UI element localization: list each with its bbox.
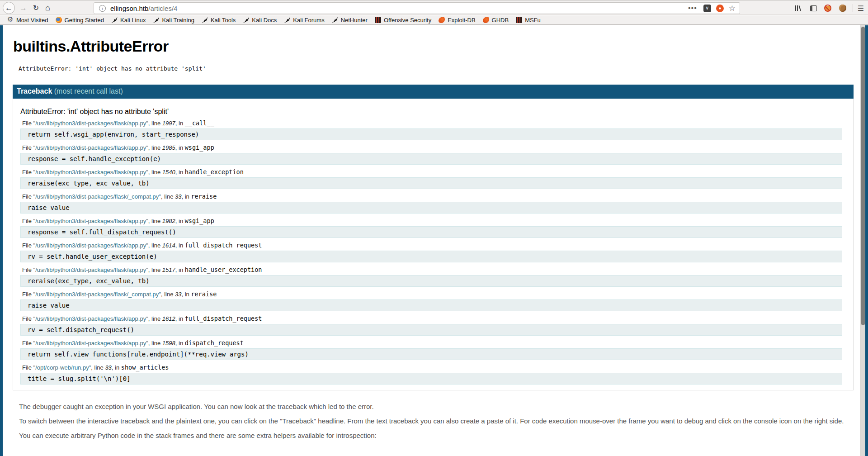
traceback-frame: File "/opt/corp-web/run.py", line 33, in… [17,361,844,385]
frame-file-label: File [22,266,33,273]
traceback-frame: File "/usr/lib/python3/dist-packages/fla… [17,214,844,239]
frame-code-line[interactable]: title = slug.split('\n')[0] [20,373,842,385]
frame-in-label: , in [175,218,185,224]
url-host[interactable]: ellingson.htb [110,5,148,12]
blocked-extension-icon[interactable] [823,4,832,13]
bookmark-item[interactable]: NetHunter [328,15,371,24]
frame-in-label: , in [181,193,191,200]
frame-file-path: "/usr/lib/python3/dist-packages/flask/ap… [33,242,148,249]
bookmark-item[interactable]: Kali Linux [108,15,149,24]
exploitdb-icon [439,17,445,23]
explanation-paragraph: To switch between the interactive traceb… [19,417,848,425]
frame-code-line[interactable]: rv = self.handle_user_exception(e) [20,251,842,262]
kali-dragon-icon [332,17,338,23]
frame-file-path: "/usr/lib/python3/dist-packages/flask/_c… [33,193,161,200]
frame-line-number: 33 [105,364,111,371]
frame-line-number: 1612 [162,315,175,322]
frame-file-path: "/usr/lib/python3/dist-packages/flask/_c… [33,291,161,298]
site-info-icon[interactable]: i [99,5,106,12]
traceback-frame: File "/usr/lib/python3/dist-packages/fla… [17,166,844,190]
frame-in-label: , in [181,291,191,298]
browser-toolbar: ← → ↻ ⌂ i ellingson.htb /articles/4 ••• … [0,0,868,15]
scrollbar-thumb[interactable] [861,27,865,325]
bookmark-item[interactable]: GHDB [479,15,513,24]
frame-file-label: File [22,364,33,371]
frame-line-number: 1598 [162,340,175,347]
frame-code-line[interactable]: return self.wsgi_app(environ, start_resp… [20,128,842,140]
bookmark-label: Kali Tools [211,17,236,24]
cookie-icon[interactable] [838,4,847,13]
frame-line-number: 1614 [162,242,175,249]
traceback-frame: File "/usr/lib/python3/dist-packages/fla… [17,312,844,337]
ubuntu-extension-icon[interactable] [716,5,724,12]
home-button[interactable]: ⌂ [42,2,54,14]
bookmark-item[interactable]: Kali Training [149,15,198,24]
menu-icon[interactable]: ☰ [856,4,865,13]
sidebar-icon[interactable] [809,4,818,13]
frame-code-line[interactable]: return self.view_functions[rule.endpoint… [20,348,842,360]
bookmark-star-icon[interactable]: ☆ [729,4,736,13]
bookmark-item[interactable]: Exploit-DB [435,15,479,24]
bookmark-label: Most Visited [16,17,48,24]
frame-location: File "/usr/lib/python3/dist-packages/fla… [22,266,841,273]
frame-file-label: File [22,193,33,200]
final-error-message: AttributeError: 'int' object has no attr… [20,108,844,116]
frame-in-label: , in [175,169,185,176]
bookmark-item[interactable]: Getting Started [52,15,108,24]
frame-location: File "/usr/lib/python3/dist-packages/fla… [22,290,841,298]
frame-location: File "/usr/lib/python3/dist-packages/fla… [22,242,841,249]
frame-code-line[interactable]: rv = self.dispatch_request() [20,324,842,336]
frame-line-number: 1517 [162,266,175,273]
gear-icon [7,17,14,23]
frame-file-label: File [22,242,33,249]
bookmark-item[interactable]: Most Visited [4,15,52,24]
bookmark-item[interactable]: Kali Forums [280,15,328,24]
frame-file-path: "/usr/lib/python3/dist-packages/flask/ap… [33,169,148,176]
bookmark-item[interactable]: Kali Tools [198,15,239,24]
frame-code-line[interactable]: response = self.full_dispatch_request() [20,226,842,238]
traceback-frame: File "/usr/lib/python3/dist-packages/fla… [17,141,844,166]
pocket-icon[interactable]: ∨ [703,5,711,12]
kali-dragon-icon [153,17,159,23]
bookmark-label: NetHunter [341,17,368,24]
traceback-frame: File "/usr/lib/python3/dist-packages/fla… [17,288,844,312]
kali-dragon-icon [202,17,208,23]
traceback-frame: File "/usr/lib/python3/dist-packages/fla… [17,337,844,361]
frame-line-label: , line [161,291,175,298]
reload-button[interactable]: ↻ [30,2,42,14]
url-path[interactable]: /articles/4 [148,5,177,12]
frame-function-name: dispatch_request [185,339,244,347]
frame-line-label: , line [148,340,162,347]
bookmark-item[interactable]: Kali Docs [239,15,280,24]
back-button[interactable]: ← [3,2,15,14]
frame-function-name: reraise [191,290,217,298]
kali-dragon-icon [111,17,118,23]
frame-location: File "/usr/lib/python3/dist-packages/fla… [22,119,841,127]
frame-in-label: , in [112,364,121,371]
frame-line-label: , line [148,266,162,273]
frame-code-line[interactable]: raise value [20,202,842,214]
bookmark-item[interactable]: MSFu [512,15,544,24]
frame-code-line[interactable]: raise value [20,299,842,311]
bookmark-item[interactable]: Offensive Security [371,15,435,24]
frame-in-label: , in [175,315,185,322]
frame-function-name: reraise [191,193,217,200]
scrollbar-track[interactable] [860,25,865,456]
frame-code-line[interactable]: reraise(exc_type, exc_value, tb) [20,275,842,287]
frame-file-label: File [22,218,33,224]
frame-location: File "/usr/lib/python3/dist-packages/fla… [22,193,841,200]
frame-location: File "/usr/lib/python3/dist-packages/fla… [22,217,841,224]
page-actions-icon[interactable]: ••• [688,4,697,12]
frame-code-line[interactable]: response = self.handle_exception(e) [20,153,842,165]
library-icon[interactable] [793,4,802,13]
frame-function-name: show_articles [121,364,169,371]
forward-button[interactable]: → [17,2,29,14]
frame-line-number: 33 [175,291,181,298]
traceback-header[interactable]: Traceback (most recent call last) [13,85,854,99]
frame-function-name: full_dispatch_request [185,315,262,322]
frame-code-line[interactable]: reraise(exc_type, exc_value, tb) [20,177,842,189]
frame-function-name: wsgi_app [185,217,214,224]
url-bar[interactable]: i ellingson.htb /articles/4 ••• ∨ ☆ [94,2,740,14]
werkzeug-debugger-page: builtins.AttributeError AttributeError: … [0,25,868,456]
frame-in-label: , in [175,120,185,127]
